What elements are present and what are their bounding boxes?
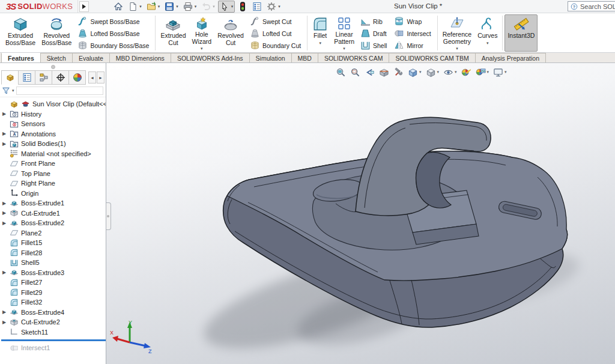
dropdown-caret[interactable]: ▾: [158, 4, 160, 9]
home-icon[interactable]: ▾: [112, 1, 125, 13]
panel-tabs-scroll-right[interactable]: ►: [97, 71, 105, 83]
ribbon-button-shell[interactable]: Shell: [359, 40, 389, 51]
panel-collapse-handle[interactable]: [106, 202, 111, 230]
ribbon-button-lofted-cut[interactable]: Lofted Cut: [248, 28, 303, 39]
ribbon-button-extruded-cut[interactable]: Extruded Cut: [157, 14, 189, 52]
previous-view-icon[interactable]: ▾: [363, 67, 376, 78]
ribbon-button-linear-pattern[interactable]: Linear Pattern ▾: [331, 14, 357, 52]
tree-item-boss-extrude4[interactable]: ▶ Boss-Extrude4: [0, 308, 106, 318]
dropdown-caret[interactable]: ▾: [343, 46, 345, 50]
expand-arrow-icon[interactable]: ▶: [1, 220, 7, 226]
tree-item-fillet29[interactable]: ▶ Fillet29: [0, 288, 106, 298]
rollback-bar[interactable]: ▶: [0, 337, 106, 343]
ribbon-button-revolved-cut[interactable]: Revolved Cut: [214, 14, 247, 52]
propertymanager-tab[interactable]: [18, 70, 35, 85]
tree-item-fillet28[interactable]: ▶ Fillet28: [0, 248, 106, 258]
hide-show-items-icon[interactable]: ▾: [442, 67, 458, 78]
dimxpertmanager-tab[interactable]: [52, 70, 69, 85]
tree-item-annotations[interactable]: ▶ Annotations: [0, 129, 106, 139]
tree-item-history[interactable]: ▶ History: [0, 109, 106, 120]
dropdown-caret[interactable]: ▾: [278, 4, 280, 9]
tab-simulation[interactable]: Simulation: [249, 53, 292, 62]
ribbon-button-mirror[interactable]: Mirror: [392, 40, 432, 51]
dropdown-caret[interactable]: ▾: [419, 70, 422, 74]
ribbon-button-curves[interactable]: Curves ▾: [474, 14, 500, 52]
tree-root-part[interactable]: ▶ Sun Visor Clip (Default<<Default>: [0, 99, 106, 109]
expand-arrow-icon[interactable]: ▶: [1, 111, 7, 117]
tree-item-material[interactable]: ▶ Material <not specified>: [0, 149, 106, 159]
tree-item-right-plane[interactable]: ▶ Right Plane: [0, 178, 106, 189]
ribbon-button-intersect[interactable]: Intersect: [392, 28, 432, 39]
dropdown-caret[interactable]: ▾: [437, 70, 440, 74]
ribbon-button-boundary-cut[interactable]: Boundary Cut: [248, 40, 303, 51]
tree-item-fillet32[interactable]: ▶ Fillet32: [0, 297, 106, 308]
dropdown-caret[interactable]: ▾: [139, 4, 142, 9]
tree-filter-input[interactable]: [16, 86, 103, 95]
dynamic-annotation-views-icon[interactable]: ▾: [392, 67, 405, 78]
tree-item-intersect1[interactable]: ▶ Intersect1: [0, 343, 106, 353]
section-view-icon[interactable]: ▾: [378, 67, 390, 78]
rebuild-traffic-light-icon[interactable]: ▾: [236, 1, 249, 13]
tree-item-cut-extrude1[interactable]: ▶ Cut-Extrude1: [0, 208, 106, 219]
tree-item-sketch11[interactable]: ▶ Sketch11: [0, 327, 106, 338]
tab-sketch[interactable]: Sketch: [40, 53, 73, 62]
tree-item-boss-extrude1[interactable]: ▶ Boss-Extrude1: [0, 198, 106, 208]
ribbon-button-fillet[interactable]: Fillet ▾: [309, 14, 331, 52]
search-box[interactable]: Search SOLIDW: [568, 1, 615, 11]
tree-item-top-plane[interactable]: ▶ Top Plane: [0, 169, 106, 179]
select-cursor-icon[interactable]: ▾: [218, 1, 235, 13]
dropdown-caret[interactable]: ▾: [195, 4, 197, 9]
featuremanager-tree-tab[interactable]: [1, 70, 19, 85]
tree-item-plane2[interactable]: ▶ Plane2: [0, 228, 106, 238]
new-document-icon[interactable]: ▾: [126, 1, 144, 13]
sun-visor-clip-model[interactable]: [106, 63, 615, 364]
tab-solidworks-cam-tbm[interactable]: SOLIDWORKS CAM TBM: [389, 53, 475, 62]
tab-analysis-preparation[interactable]: Analysis Preparation: [475, 53, 546, 62]
tree-item-origin[interactable]: ▶ Origin: [0, 189, 106, 199]
graphics-viewport[interactable]: ▾ ▾ ▾ ▾: [106, 63, 615, 364]
filter-funnel-icon[interactable]: [2, 86, 10, 95]
undo-icon[interactable]: ▾: [199, 1, 217, 13]
ribbon-button-draft[interactable]: Draft: [359, 28, 389, 39]
expand-arrow-icon[interactable]: ▶: [1, 141, 7, 147]
save-icon[interactable]: ▾: [163, 1, 180, 13]
edit-appearance-icon[interactable]: ▾: [460, 67, 473, 78]
ribbon-button-extruded-boss-base[interactable]: Extruded Boss/Base: [2, 14, 38, 52]
tree-item-sensors[interactable]: ▶ Sensors: [0, 119, 106, 129]
dropdown-caret[interactable]: ▾: [319, 41, 321, 45]
dropdown-caret[interactable]: ▾: [486, 41, 489, 45]
dropdown-caret[interactable]: ▾: [201, 46, 203, 50]
ribbon-button-swept-boss-base[interactable]: Swept Boss/Base: [76, 16, 151, 27]
expand-arrow-icon[interactable]: ▶: [1, 270, 7, 275]
tree-item-shell5[interactable]: ▶ Shell5: [0, 258, 106, 268]
expand-arrow-icon[interactable]: ▶: [1, 320, 7, 325]
expand-arrow-icon[interactable]: ▶: [1, 210, 7, 216]
open-icon[interactable]: ▾: [145, 1, 162, 13]
expand-arrow-icon[interactable]: ▶: [1, 309, 7, 315]
apply-scene-icon[interactable]: ▾: [474, 67, 491, 78]
dropdown-caret[interactable]: ▾: [487, 70, 489, 74]
ribbon-button-revolved-boss-base[interactable]: Revolved Boss/Base: [38, 14, 74, 52]
dropdown-caret[interactable]: ▾: [231, 4, 234, 9]
ribbon-button-instant3d[interactable]: Instant3D: [504, 14, 538, 52]
ribbon-button-rib[interactable]: Rib: [359, 16, 389, 27]
displaymanager-tab[interactable]: [68, 70, 86, 85]
display-style-icon[interactable]: ▾: [425, 67, 441, 78]
ribbon-button-swept-cut[interactable]: Swept Cut: [248, 16, 303, 27]
ribbon-button-reference-geometry[interactable]: Reference Geometry ▾: [440, 14, 474, 52]
zoom-to-area-icon[interactable]: ▾: [349, 67, 362, 78]
file-properties-icon[interactable]: ▾: [250, 1, 264, 13]
toolbar-flyout-button[interactable]: [79, 1, 89, 12]
tab-solidworks-cam[interactable]: SOLIDWORKS CAM: [318, 53, 389, 62]
tree-item-boss-extrude2[interactable]: ▶ Boss-Extrude2: [0, 218, 106, 228]
tree-item-boss-extrude3[interactable]: ▶ Boss-Extrude3: [0, 268, 106, 278]
tree-item-solid-bodies[interactable]: ▶ Solid Bodies(1): [0, 139, 106, 149]
view-settings-icon[interactable]: ▾: [492, 67, 508, 78]
view-orientation-icon[interactable]: ▾: [407, 67, 423, 78]
tree-item-fillet27[interactable]: ▶ Fillet27: [0, 278, 106, 288]
ribbon-button-boundary-boss-base[interactable]: Boundary Boss/Base: [76, 40, 151, 51]
tab-evaluate[interactable]: Evaluate: [72, 53, 110, 62]
tab-mbd-dimensions[interactable]: MBD Dimensions: [109, 53, 171, 62]
ribbon-button-lofted-boss-base[interactable]: Lofted Boss/Base: [76, 28, 151, 39]
dropdown-caret[interactable]: ▾: [455, 70, 457, 74]
